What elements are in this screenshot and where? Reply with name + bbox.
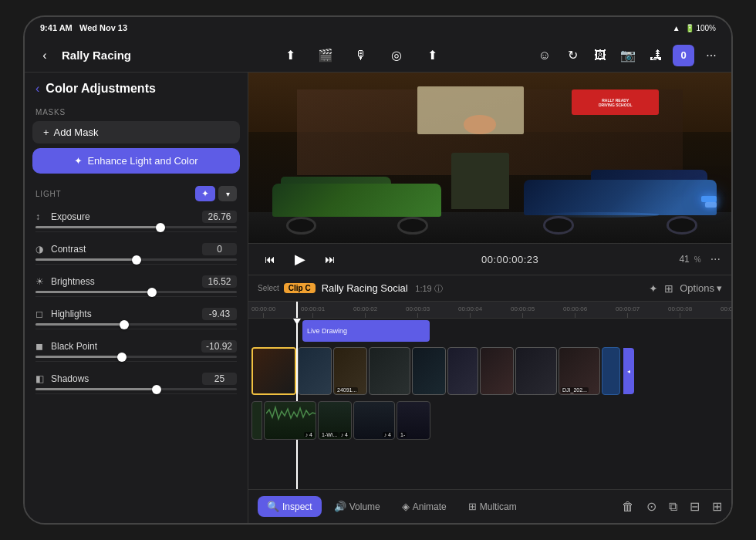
shadows-adjustment: ◧ Shadows 25 [25, 368, 248, 400]
more-icon[interactable]: ··· [700, 45, 722, 66]
car-right-body [524, 180, 717, 215]
table-row[interactable]: DJI_202... [559, 347, 600, 395]
b-roll-clip-start[interactable] [251, 401, 262, 440]
tab-animate[interactable]: ◈ Animate [393, 496, 456, 517]
panel-back-button[interactable]: ‹ [35, 82, 39, 96]
more-button[interactable]: ··· [710, 252, 721, 266]
list-item[interactable]: 1-Wi... ♪ 4 [318, 401, 352, 440]
list-item[interactable]: 1- [397, 401, 430, 440]
add-icon: + [43, 127, 49, 138]
table-row[interactable]: 24091... [333, 347, 367, 395]
tab-volume-label: Volume [349, 501, 380, 512]
enhance-icon: ✦ [74, 155, 83, 167]
timeline-tracks[interactable]: Live Drawing 24091... [248, 319, 731, 489]
main-clips-row: 24091... DJI_202... ◂ [248, 343, 731, 399]
loop-icon[interactable]: ↻ [562, 45, 583, 66]
clip-selected[interactable] [251, 347, 296, 395]
number-badge[interactable]: 0 [673, 45, 694, 66]
brightness-slider[interactable] [35, 291, 237, 293]
highlights-value[interactable]: -9.43 [202, 308, 237, 320]
right-content: RALLY READYDRIVING SCHOOL [248, 73, 731, 523]
status-time: 9:41 AM Wed Nov 13 [40, 23, 127, 32]
zoom-value: 41 [679, 254, 689, 265]
blackpoint-slider[interactable] [35, 356, 237, 358]
shadows-slider[interactable] [35, 388, 237, 390]
check-icon[interactable]: ⊙ [646, 499, 656, 514]
blackpoint-value[interactable]: -10.92 [201, 340, 237, 353]
upload-icon[interactable]: ⬆ [421, 45, 443, 66]
brightness-value[interactable]: 16.52 [202, 275, 237, 288]
car-left-wheel-r [397, 217, 427, 235]
table-row[interactable] [515, 347, 557, 395]
location-icon[interactable]: ◎ [386, 45, 407, 66]
options-button[interactable]: Options ▾ [680, 282, 722, 294]
multicam-layout-icon[interactable]: ⊞ [712, 499, 722, 514]
live-drawing-label: Live Drawing [307, 327, 347, 335]
highlights-icon: ◻ [35, 309, 46, 319]
battery-icon: 🔋 100% [685, 24, 716, 32]
blackpoint-adjustment: ◼ Black Point -10.92 [25, 336, 248, 368]
car-right-wheel-r [667, 216, 697, 235]
table-row[interactable] [480, 347, 514, 395]
camera-icon[interactable]: 📷 [617, 45, 639, 66]
list-item[interactable]: ♪ 4 [264, 401, 316, 440]
garage-scene: RALLY READYDRIVING SCHOOL [248, 73, 731, 243]
crop-icon[interactable]: ⧉ [669, 500, 677, 514]
brightness-icon: ☀ [35, 276, 46, 287]
table-row[interactable] [447, 347, 478, 395]
highlights-slider[interactable] [35, 323, 237, 326]
enhance-button[interactable]: ✦ Enhance Light and Color [32, 148, 240, 174]
table-row[interactable] [298, 347, 332, 395]
live-drawing-clip[interactable]: Live Drawing [302, 320, 430, 342]
camera-flip-icon[interactable]: 🎬 [315, 45, 336, 66]
car-left-wheel-l [286, 217, 316, 235]
toolbar-right: ☺ ↻ 🖼 📷 🏞 0 ··· [534, 45, 722, 66]
table-row[interactable] [412, 347, 446, 395]
trash-icon[interactable]: 🗑 [622, 500, 634, 514]
share-icon[interactable]: ⬆ [279, 45, 301, 66]
add-mask-button[interactable]: + Add Mask [32, 121, 240, 143]
panel-title: Color Adjustments [46, 82, 156, 96]
skip-forward-button[interactable]: ⏭ [319, 248, 341, 270]
photo2-icon[interactable]: 🏞 [645, 45, 667, 66]
photo-icon[interactable]: 🖼 [589, 45, 611, 66]
shadows-value[interactable]: 25 [202, 373, 237, 385]
exposure-slider[interactable] [35, 226, 237, 228]
toolbar-back-button[interactable]: ‹ [34, 45, 56, 66]
light-preset-button[interactable]: ✦ [195, 186, 215, 201]
tab-volume[interactable]: 🔊 Volume [325, 496, 390, 517]
ruler-mark-9: 00:00:09 [721, 305, 731, 318]
toolbar-left: ‹ Rally Racing [34, 45, 188, 66]
tab-multicam-label: Multicam [480, 501, 517, 512]
timeline-end-handle[interactable]: ◂ [623, 348, 634, 394]
blackpoint-icon: ◼ [35, 341, 46, 352]
timeline-info-icon[interactable]: ⓘ [434, 284, 443, 293]
tab-inspect[interactable]: 🔍 Inspect [258, 496, 322, 517]
multicam-icon: ⊞ [468, 501, 477, 512]
skip-back-button[interactable]: ⏮ [259, 248, 281, 270]
main-content: ‹ Color Adjustments MASKS + Add Mask ✦ E… [25, 73, 731, 523]
sparkle-icon[interactable]: ✦ [649, 282, 658, 295]
select-label: Select [258, 284, 279, 292]
contrast-value[interactable]: 0 [202, 243, 237, 255]
contrast-slider[interactable] [35, 258, 237, 261]
exposure-value[interactable]: 26.76 [202, 211, 237, 223]
split-icon[interactable]: ⊟ [690, 499, 700, 514]
chevron-down-icon: ▾ [717, 282, 722, 294]
car-right-wheel-l [543, 216, 574, 235]
toolbar: ‹ Rally Racing ⬆ 🎬 🎙 ◎ ⬆ ☺ ↻ 🖼 📷 🏞 0 ··· [25, 39, 731, 73]
table-row[interactable] [602, 347, 620, 395]
list-item[interactable]: ♪ 4 [353, 401, 395, 440]
layout-icon[interactable]: ⊞ [664, 282, 673, 295]
car-right [524, 170, 717, 235]
timeline-header-icons: ✦ ⊞ Options ▾ [649, 282, 722, 295]
live-drawing-row: Live Drawing [248, 319, 731, 343]
mic-icon[interactable]: 🎙 [350, 45, 372, 66]
tab-multicam[interactable]: ⊞ Multicam [459, 496, 526, 517]
smiley-icon[interactable]: ☺ [534, 45, 555, 66]
light-dropdown-button[interactable]: ▾ [218, 186, 237, 201]
clip-badge[interactable]: Clip C [284, 283, 316, 293]
shadows-icon: ◧ [35, 373, 46, 384]
play-button[interactable]: ▶ [289, 248, 312, 271]
table-row[interactable] [369, 347, 410, 395]
